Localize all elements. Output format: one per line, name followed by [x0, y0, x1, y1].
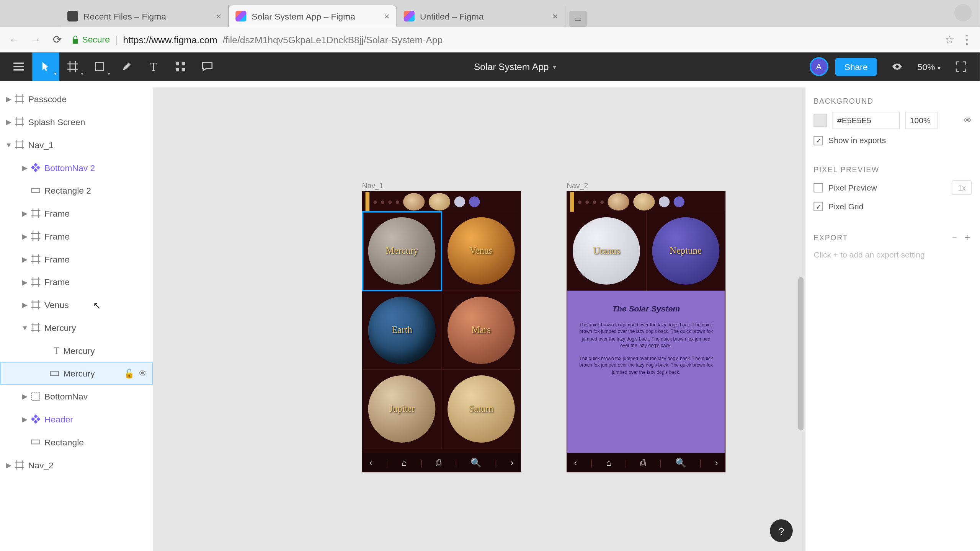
search-icon[interactable]: 🔍 — [470, 457, 481, 467]
disclosure-icon[interactable]: ▶ — [19, 232, 31, 240]
export-add-icon[interactable]: ＋ — [962, 231, 972, 244]
disclosure-icon[interactable]: ▶ — [19, 393, 31, 400]
prev-icon[interactable]: ‹ — [369, 457, 372, 467]
layer-row[interactable]: ▼Mercury — [0, 316, 153, 339]
new-tab-button[interactable]: ▭ — [569, 11, 587, 27]
svg-rect-2 — [182, 62, 185, 65]
disclosure-icon[interactable]: ▶ — [3, 461, 15, 468]
layer-row[interactable]: ▶Frame — [0, 202, 153, 225]
disclosure-icon[interactable]: ▶ — [19, 255, 31, 262]
planet-cell[interactable]: Jupiter — [363, 370, 441, 448]
disclosure-icon[interactable]: ▼ — [3, 141, 15, 148]
svg-rect-1 — [176, 62, 179, 65]
move-tool-button[interactable]: ▾ — [32, 52, 59, 81]
home-icon[interactable]: ⌂ — [402, 457, 407, 467]
nav-forward-button[interactable]: → — [28, 32, 43, 47]
nav-reload-button[interactable]: ⟳ — [50, 32, 65, 47]
planet-cell[interactable]: Saturn — [442, 370, 520, 448]
planet-cell[interactable]: Mars — [442, 291, 520, 369]
layer-row[interactable]: ▶Header — [0, 408, 153, 430]
zoom-fit-button[interactable] — [947, 52, 974, 81]
close-tab-icon[interactable]: × — [384, 11, 389, 21]
layer-row[interactable]: Rectangle 2 — [0, 179, 153, 202]
planet-cell[interactable]: Venus — [442, 212, 520, 290]
frame-tool-button[interactable]: ▾ — [59, 52, 86, 81]
frame-nav1[interactable]: MercuryVenusEarthMarsJupiterSaturn ‹| ⌂|… — [362, 191, 521, 472]
present-button[interactable] — [884, 52, 911, 81]
close-tab-icon[interactable]: × — [216, 11, 221, 21]
disclosure-icon[interactable]: ▶ — [19, 416, 31, 423]
pixel-preview-scale[interactable]: 1x — [952, 180, 972, 195]
figma-canvas[interactable]: Nav_1 Nav_2 MercuryVenusEarthMarsJupiter… — [154, 88, 805, 551]
lock-icon[interactable]: 🔓 — [124, 368, 134, 378]
frame-label[interactable]: Nav_2 — [567, 182, 588, 190]
disclosure-icon[interactable]: ▶ — [3, 118, 15, 126]
nav-back-button[interactable]: ← — [7, 32, 22, 47]
zoom-level[interactable]: 50% ▾ — [918, 62, 941, 72]
disclosure-icon[interactable]: ▶ — [3, 95, 15, 103]
browser-account-avatar[interactable] — [954, 4, 972, 22]
pixel-preview-checkbox[interactable] — [813, 183, 823, 192]
disclosure-icon[interactable]: ▶ — [19, 278, 31, 285]
prev-icon[interactable]: ‹ — [574, 457, 577, 467]
expand-icon — [955, 60, 967, 73]
layer-row[interactable]: ▶Frame — [0, 248, 153, 271]
canvas-scrollbar[interactable] — [798, 101, 804, 541]
home-icon[interactable]: ⌂ — [606, 457, 611, 467]
show-in-exports-checkbox[interactable] — [813, 136, 823, 145]
browser-tab[interactable]: Recent Files – Figma × — [60, 5, 229, 27]
layer-row[interactable]: ▼Nav_1 — [0, 133, 153, 156]
chevron-down-icon[interactable]: ▾ — [553, 63, 556, 70]
hamburger-menu-button[interactable] — [5, 52, 32, 81]
planet-cell[interactable]: Neptune — [647, 212, 725, 290]
layer-row[interactable]: ▶BottomNav 2 — [0, 156, 153, 179]
layer-name: BottomNav 2 — [44, 163, 95, 173]
disclosure-icon[interactable]: ▶ — [19, 301, 31, 308]
frame-label[interactable]: Nav_1 — [362, 182, 384, 190]
components-tool-button[interactable] — [167, 52, 194, 81]
search-icon[interactable]: 🔍 — [675, 457, 686, 467]
browser-tab[interactable]: Solar System App – Figma × — [229, 5, 397, 27]
shape-tool-button[interactable]: ▾ — [86, 52, 113, 81]
export-minus-icon[interactable]: − — [952, 233, 957, 242]
next-icon[interactable]: › — [511, 457, 514, 467]
visibility-icon[interactable]: 👁 — [139, 368, 147, 378]
next-icon[interactable]: › — [715, 457, 718, 467]
browser-tab[interactable]: Untitled – Figma × — [397, 5, 565, 27]
layer-row[interactable]: Rectangle — [0, 430, 153, 453]
pixel-grid-checkbox[interactable] — [813, 202, 823, 211]
print-icon[interactable]: ⎙ — [640, 457, 646, 467]
color-swatch[interactable] — [813, 114, 827, 127]
frame-nav2[interactable]: UranusNeptune The Solar System The quick… — [567, 191, 725, 472]
layer-row[interactable]: ▶Splash Screen — [0, 110, 153, 133]
visibility-toggle-icon[interactable]: 👁 — [964, 116, 972, 125]
share-button[interactable]: Share — [835, 57, 877, 75]
bookmark-star-icon[interactable]: ☆ — [945, 33, 954, 46]
disclosure-icon[interactable]: ▼ — [19, 324, 31, 331]
browser-menu-icon[interactable]: ⋮ — [961, 32, 973, 47]
layer-row[interactable]: ▶Frame — [0, 225, 153, 248]
address-bar[interactable]: Secure | https://www.figma.com/file/dszM… — [71, 34, 938, 45]
layer-row[interactable]: TMercury — [0, 339, 153, 362]
user-avatar[interactable]: A — [809, 57, 828, 76]
disclosure-icon[interactable]: ▶ — [19, 210, 31, 217]
disclosure-icon[interactable]: ▶ — [19, 164, 31, 171]
close-tab-icon[interactable]: × — [552, 11, 558, 21]
layer-row[interactable]: ▶Nav_2 — [0, 453, 153, 476]
layer-row[interactable]: ▶Passcode — [0, 88, 153, 111]
background-hex-input[interactable] — [833, 112, 900, 129]
layer-row[interactable]: ▶Frame — [0, 271, 153, 293]
planet-cell[interactable]: Earth — [363, 291, 441, 369]
planet-cell[interactable]: Uranus — [567, 212, 646, 290]
help-button[interactable]: ? — [770, 519, 793, 542]
file-title[interactable]: Solar System App — [474, 61, 549, 72]
layer-row[interactable]: ▶Venus — [0, 293, 153, 316]
print-icon[interactable]: ⎙ — [436, 457, 441, 467]
planet-cell[interactable]: Mercury — [363, 212, 441, 290]
layer-row[interactable]: ▶BottomNav — [0, 385, 153, 408]
layer-row[interactable]: Mercury🔓👁 — [0, 362, 153, 385]
text-tool-button[interactable]: T — [140, 52, 167, 81]
background-opacity-input[interactable] — [905, 112, 938, 129]
pen-tool-button[interactable] — [113, 52, 140, 81]
comment-tool-button[interactable] — [194, 52, 220, 81]
